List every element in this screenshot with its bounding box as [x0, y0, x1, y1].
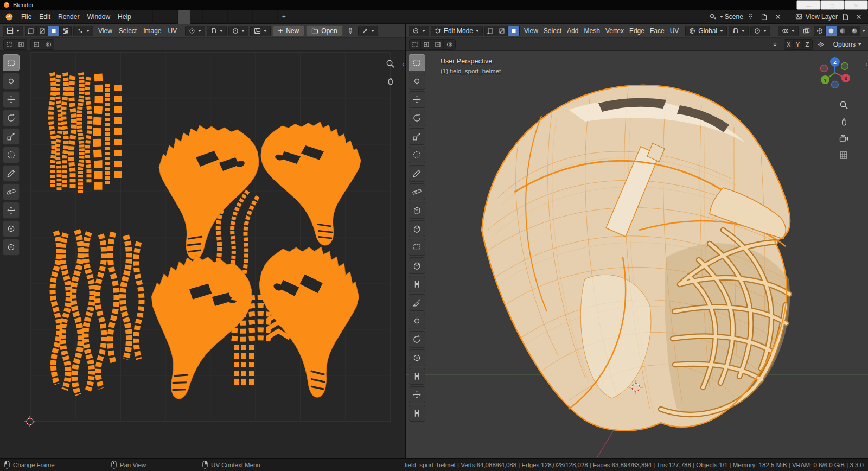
tool-rotate[interactable]: [3, 110, 20, 126]
uv-select-intersect-button[interactable]: [42, 40, 54, 49]
mirror-z-button[interactable]: Z: [803, 40, 812, 49]
browse-image-button[interactable]: [250, 26, 271, 36]
workspace-tab[interactable]: [265, 10, 278, 24]
add-workspace-button[interactable]: +: [278, 13, 290, 21]
scene-dropdown-caret[interactable]: [720, 16, 723, 18]
zoom-icon[interactable]: [838, 99, 850, 111]
menu-item[interactable]: Mesh: [582, 26, 603, 36]
tool-pinch[interactable]: [3, 239, 20, 256]
shading-dropdown-caret[interactable]: [862, 30, 865, 32]
tool-knife[interactable]: [409, 294, 425, 311]
zoom-icon[interactable]: [384, 58, 396, 69]
uv-select-set-button[interactable]: [4, 40, 15, 49]
menu-item[interactable]: Face: [647, 26, 667, 36]
transform-pivot-toggle[interactable]: [769, 39, 781, 50]
menu-item[interactable]: UV: [667, 26, 682, 36]
menu-item[interactable]: Edit: [35, 11, 54, 22]
uv-canvas[interactable]: ‹: [0, 51, 405, 458]
tool-measure[interactable]: [3, 183, 20, 200]
tool-cursor[interactable]: [3, 73, 20, 90]
proportional-editing-button[interactable]: [228, 26, 248, 36]
vp-select-subtract-button[interactable]: [432, 40, 444, 49]
menu-item[interactable]: Select: [116, 26, 140, 36]
xray-toggle-button[interactable]: [800, 26, 812, 36]
tool-loop-cut[interactable]: [409, 276, 425, 292]
snapping-button[interactable]: [207, 26, 227, 36]
tool-rotate[interactable]: [409, 110, 425, 126]
tool-cursor[interactable]: [409, 73, 425, 90]
workspace-tab[interactable]: [141, 10, 153, 24]
uv-select-subtract-button[interactable]: [31, 40, 42, 49]
new-scene-button[interactable]: [758, 11, 770, 22]
region-collapse-arrow[interactable]: ‹: [865, 61, 867, 67]
tool-edge-slide[interactable]: [409, 368, 425, 385]
workspace-tab[interactable]: [203, 10, 215, 24]
workspace-tab[interactable]: [190, 10, 203, 24]
viewport-snapping-button[interactable]: [729, 26, 749, 36]
tool-extrude-region[interactable]: [409, 220, 425, 237]
tool-select-box[interactable]: [3, 54, 20, 71]
pin-scene-button[interactable]: [745, 11, 757, 22]
menu-item[interactable]: Vertex: [603, 26, 627, 36]
uv-edge-mode-button[interactable]: [37, 26, 48, 36]
tool-move[interactable]: [3, 91, 20, 108]
solid-shading-button[interactable]: [826, 26, 837, 36]
close-button[interactable]: ✕: [844, 0, 868, 10]
material-shading-button[interactable]: [837, 26, 848, 36]
view-layer-name[interactable]: View Layer: [806, 13, 838, 21]
mirror-x-button[interactable]: X: [784, 40, 794, 49]
uv-vertex-mode-button[interactable]: [25, 26, 37, 36]
mode-selector[interactable]: Edit Mode: [431, 26, 483, 36]
tool-annotate[interactable]: [409, 165, 425, 182]
tool-spin[interactable]: [409, 331, 425, 348]
camera-view-icon[interactable]: [838, 132, 850, 144]
vp-select-extend-button[interactable]: [421, 40, 432, 49]
menu-item[interactable]: Edge: [627, 26, 647, 36]
gizmo-y-label[interactable]: Y: [824, 78, 827, 83]
menu-item[interactable]: File: [17, 11, 35, 22]
workspace-tab[interactable]: [178, 10, 190, 24]
pin-image-button[interactable]: [344, 26, 356, 36]
vp-select-set-button[interactable]: [410, 40, 421, 49]
tool-select-box[interactable]: [409, 54, 425, 71]
snap-symmetry-icon[interactable]: [815, 39, 827, 50]
tool-annotate[interactable]: [3, 165, 20, 182]
rendered-shading-button[interactable]: [848, 26, 860, 36]
remove-view-layer-button[interactable]: [853, 11, 865, 22]
pan-hand-icon[interactable]: [384, 75, 396, 87]
mirror-y-button[interactable]: Y: [794, 40, 803, 49]
uv-select-extend-button[interactable]: [15, 40, 27, 49]
tool-measure[interactable]: [409, 183, 425, 200]
new-image-button[interactable]: New: [272, 25, 304, 36]
viewport-proportional-editing-button[interactable]: [750, 26, 770, 36]
tool-grab[interactable]: [3, 202, 20, 219]
unlink-scene-button[interactable]: [772, 11, 784, 22]
tool-shear[interactable]: [409, 405, 425, 422]
region-collapse-arrow[interactable]: ‹: [402, 61, 404, 67]
workspace-tab[interactable]: [240, 10, 253, 24]
menu-item[interactable]: Select: [541, 26, 564, 36]
pan-hand-icon[interactable]: [838, 116, 850, 128]
transform-orientation-selector[interactable]: Global: [685, 26, 727, 36]
uv-gizmo-button[interactable]: [358, 26, 378, 36]
workspace-tab[interactable]: [228, 10, 240, 24]
menu-item[interactable]: Window: [83, 11, 114, 22]
workspace-tab[interactable]: [165, 10, 178, 24]
workspace-tab[interactable]: [215, 10, 228, 24]
tool-bevel[interactable]: [409, 257, 425, 274]
pivot-point-button[interactable]: [185, 26, 205, 36]
editor-type-3d-button[interactable]: [409, 26, 429, 36]
viewport-canvas[interactable]: User Perspective (1) field_sport_helmet: [406, 51, 868, 458]
menu-item[interactable]: Image: [140, 26, 164, 36]
new-view-layer-button[interactable]: [839, 11, 851, 22]
menu-item[interactable]: View: [521, 26, 541, 36]
editor-type-uv-button[interactable]: [3, 26, 23, 36]
menu-item[interactable]: View: [95, 26, 116, 36]
tool-move[interactable]: [409, 91, 425, 108]
scene-name[interactable]: Scene: [725, 13, 743, 21]
workspace-tab[interactable]: [253, 10, 265, 24]
toggle-orthographic-icon[interactable]: [838, 149, 850, 161]
tool-relax[interactable]: [3, 220, 20, 237]
navigation-gizmo[interactable]: Z Y X: [817, 54, 853, 94]
minimize-button[interactable]: —: [796, 0, 820, 10]
